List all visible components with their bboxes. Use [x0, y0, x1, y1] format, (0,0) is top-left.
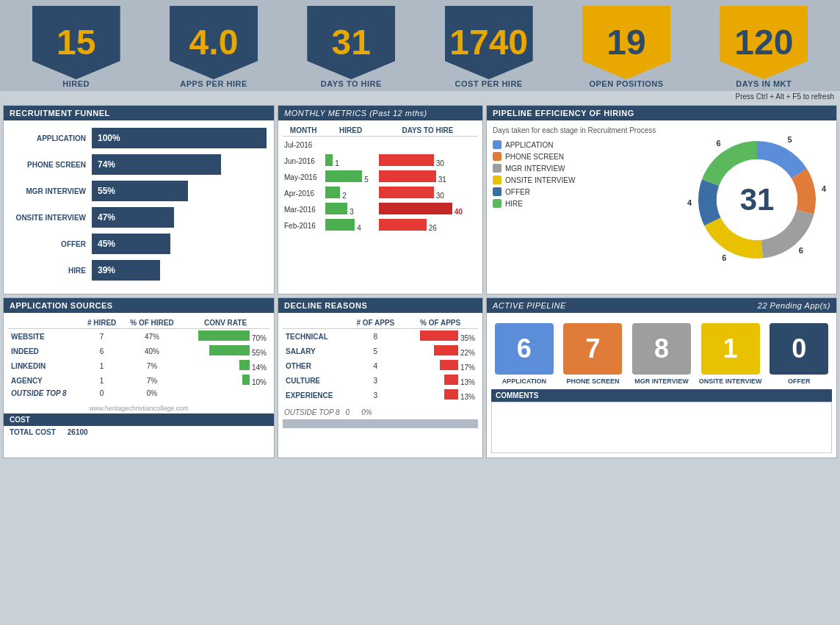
funnel-bar: 47% [92, 207, 174, 228]
kpi-value: 31 [332, 25, 371, 60]
cost-row: TOTAL COST 26100 [4, 426, 274, 438]
hired-bar [325, 170, 362, 182]
decline-apps: 5 [348, 344, 402, 358]
stage-card: 7 PHONE SCREEN [560, 323, 626, 385]
monthly-row: May-2016 5 31 [283, 169, 478, 185]
decline-header: DECLINE REASONS [278, 298, 482, 313]
decline-reason: TECHNICAL [283, 329, 348, 344]
legend-dot [493, 176, 502, 184]
kpi-value: 1740 [449, 25, 528, 60]
source-conv: 14% [181, 358, 269, 373]
funnel-bar-text: 55% [98, 186, 115, 196]
decline-row: OTHER 4 17% [283, 358, 478, 373]
conv-label: 10% [252, 378, 267, 386]
sources-row: WEBSITE 7 47% 70% [8, 329, 269, 344]
decline-bar [444, 389, 459, 400]
stage-name: APPLICATION [502, 377, 546, 385]
pipeline-panel: PIPELINE EFFICIENCY OF HIRING Days taken… [486, 105, 837, 295]
source-conv: 55% [181, 344, 269, 358]
decline-bar [434, 345, 458, 355]
decline-table: # OF APPS% OF APPS TECHNICAL 8 35% SALAR… [283, 317, 478, 402]
app-sources-panel: APPLICATION SOURCES # HIRED% OF HIREDCON… [3, 297, 275, 458]
funnel-label: MGR INTERVIEW [11, 187, 92, 195]
funnel-row: APPLICATION 100% [11, 128, 267, 148]
hired-cell [324, 137, 377, 153]
sources-header: CONV RATE [181, 317, 269, 329]
kpi-label-text: DAYS TO HIRE [283, 79, 420, 88]
kpi-label-text: OPEN POSITIONS [557, 79, 695, 88]
monthly-header: MONTHLY METRICS (Past 12 mths) [278, 106, 482, 120]
source-hired: 7 [81, 329, 122, 344]
source-name: INDEED [8, 344, 81, 358]
days-cell: 40 [377, 201, 478, 217]
funnel-bar: 39% [92, 260, 160, 281]
kpi-badge: 19 [582, 6, 670, 79]
legend-label: ONSITE INTERVIEW [505, 176, 575, 184]
sources-row: INDEED 6 40% 55% [8, 344, 269, 358]
legend-label: APPLICATION [505, 141, 553, 149]
source-hired: 1 [81, 358, 122, 373]
decline-panel: DECLINE REASONS # OF APPS% OF APPS TECHN… [278, 297, 483, 458]
donut-center-value: 31 [740, 182, 775, 217]
hired-cell: 4 [324, 217, 377, 234]
monthly-row: Mar-2016 3 40 [283, 201, 478, 217]
funnel-bar-container: 74% [92, 154, 267, 175]
comments-body [491, 402, 832, 453]
funnel-body: APPLICATION 100% PHONE SCREEN 74% MGR IN… [4, 120, 274, 294]
hired-bar [325, 154, 333, 166]
decline-reason: EXPERIENCE [283, 388, 348, 402]
decline-apps: 3 [348, 388, 402, 402]
legend-dot [493, 140, 502, 149]
hired-bar [325, 187, 340, 198]
funnel-row: PHONE SCREEN 74% [11, 154, 267, 175]
source-name: LINKEDIN [8, 358, 81, 373]
sources-body: # HIRED% OF HIREDCONV RATE WEBSITE 7 47%… [4, 313, 274, 403]
decline-row: SALARY 5 22% [283, 344, 478, 358]
hired-bar [325, 219, 355, 231]
kpi-badge: 31 [307, 6, 395, 79]
funnel-label: OFFER [11, 240, 92, 248]
conv-label: 55% [252, 349, 267, 357]
decline-header: % OF APPS [402, 317, 478, 329]
stage-number: 8 [632, 323, 691, 375]
legend-item: APPLICATION [493, 140, 676, 149]
decline-pct: 13% [402, 388, 478, 402]
hired-cell: 2 [324, 185, 377, 201]
month-label: Mar-2016 [283, 201, 324, 217]
monthly-row: Jul-2016 [283, 137, 478, 153]
stage-card: 8 MGR INTERVIEW [629, 323, 695, 385]
decline-apps: 3 [348, 373, 402, 388]
donut-label: 6 [716, 139, 720, 148]
funnel-bar-container: 39% [92, 260, 267, 281]
stage-name: MGR INTERVIEW [634, 377, 688, 385]
days-bar [379, 154, 434, 166]
decline-header [283, 317, 348, 329]
monthly-table: MONTHHIREDDAYS TO HIRE Jul-2016 Jun-2016… [283, 125, 478, 234]
decline-outside-bar [283, 419, 478, 428]
kpi-value: 15 [57, 25, 95, 60]
donut-label: 6 [722, 253, 726, 262]
stage-number: 7 [563, 323, 622, 375]
website-url: www.heritagechristiancollege.com [4, 403, 274, 413]
decline-apps: 8 [348, 329, 402, 344]
kpi-item: 19 [557, 6, 695, 79]
month-label: May-2016 [283, 169, 324, 185]
legend-item: OFFER [493, 187, 676, 196]
month-label: Jul-2016 [283, 137, 324, 153]
source-conv: 10% [181, 373, 269, 388]
active-pipeline-panel: ACTIVE PIPELINE 22 Pending App(s) 6 APPL… [486, 297, 837, 458]
kpi-label-text: COST PER HIRE [420, 79, 557, 88]
kpi-labels-row: HIREDAPPS PER HIREDAYS TO HIRECOST PER H… [0, 79, 840, 91]
kpi-badge: 4.0 [170, 6, 258, 79]
sources-row: LINKEDIN 1 7% 14% [8, 358, 269, 373]
legend-label: OFFER [505, 188, 530, 196]
sources-header [8, 317, 81, 329]
stage-card: 1 ONSITE INTERVIEW [698, 323, 764, 385]
decline-row: EXPERIENCE 3 13% [283, 388, 478, 402]
decline-apps: 4 [348, 358, 402, 373]
source-pct: 7% [123, 358, 181, 373]
decline-pct: 13% [402, 373, 478, 388]
sources-row: AGENCY 1 7% 10% [8, 373, 269, 388]
days-bar [379, 219, 427, 231]
kpi-item: 1740 [420, 6, 557, 79]
